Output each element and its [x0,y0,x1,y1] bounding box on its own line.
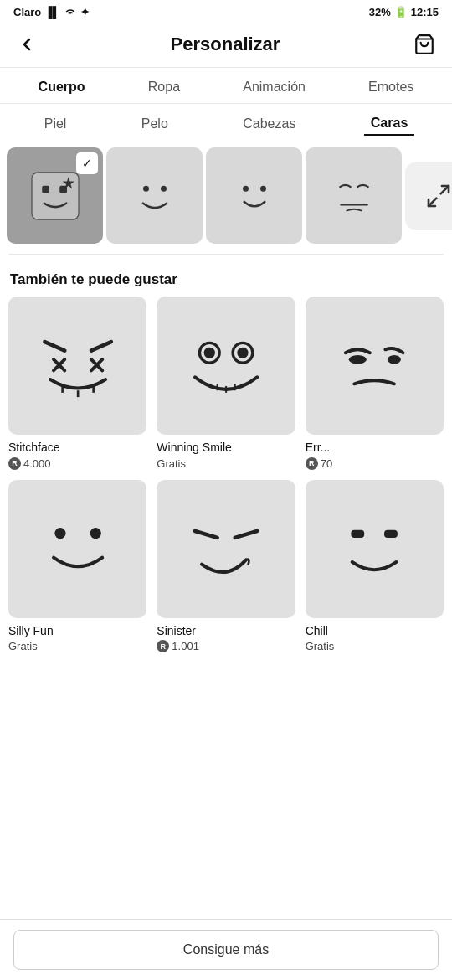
back-button[interactable] [13,31,40,58]
item-price-silly-fun: Gratis [8,640,146,652]
svg-point-18 [204,347,215,358]
svg-point-24 [349,354,367,364]
item-card-sinister[interactable]: Sinister R 1.001 [157,480,295,653]
svg-point-6 [243,185,249,191]
main-tabs: Cuerpo Ropa Animación Emotes [0,68,452,104]
face-selector-row: ✓ [0,141,452,250]
robux-icon: R [8,457,21,470]
item-card-chill[interactable]: Chill Gratis [306,480,444,653]
svg-point-4 [143,185,149,191]
item-name-winning-smile: Winning Smile [157,440,295,455]
wifi-icon [64,6,77,18]
item-name-chill: Chill [306,623,444,638]
robux-icon-err: R [306,457,318,470]
item-price-sinister: R 1.001 [157,640,295,652]
svg-line-9 [429,198,436,205]
svg-point-26 [54,528,65,539]
sub-tabs: Piel Pelo Cabezas Caras [0,104,452,141]
svg-rect-28 [352,530,365,538]
svg-point-27 [90,528,100,539]
battery-label: 32% [369,6,391,18]
status-right: 32% 🔋 12:15 [369,6,439,18]
item-name-err: Err... [306,440,444,455]
bluetooth-icon: ✦ [80,6,90,18]
tab-cuerpo[interactable]: Cuerpo [32,76,92,98]
face-option-2[interactable] [206,147,302,244]
item-name-silly-fun: Silly Fun [8,623,146,638]
item-image-sinister [157,480,295,618]
tab-ropa[interactable]: Ropa [141,76,187,98]
face-option-1[interactable] [106,147,203,244]
svg-point-25 [388,354,401,364]
face-option-3[interactable] [306,147,402,244]
carrier-label: Claro [13,6,41,18]
subtab-caras[interactable]: Caras [364,112,414,136]
selected-checkmark: ✓ [76,152,98,174]
robux-icon-sinister: R [157,640,169,652]
svg-line-8 [441,186,449,193]
subtab-piel[interactable]: Piel [38,112,74,136]
item-grid: Stitchface R 4.000 Winning Smile [0,297,452,666]
tab-animacion[interactable]: Animación [236,76,312,98]
item-card-err[interactable]: Err... R 70 [306,297,444,470]
item-image-err [306,297,444,435]
item-card-stitchface[interactable]: Stitchface R 4.000 [8,297,146,470]
get-more-button[interactable]: Consigue más [13,930,439,970]
signal-icon: ▐▌ [44,6,59,18]
subtab-cabezas[interactable]: Cabezas [236,112,302,136]
time-label: 12:15 [411,6,439,18]
item-price-err: R 70 [306,457,444,470]
svg-point-20 [237,347,248,358]
divider [8,254,444,255]
item-card-winning-smile[interactable]: Winning Smile Gratis [157,297,295,470]
bottom-bar: Consigue más [0,919,452,980]
item-image-silly-fun [8,480,146,618]
expand-button[interactable] [405,162,452,230]
item-image-chill [306,480,444,618]
section-title: También te puede gustar [0,258,452,297]
item-name-stitchface: Stitchface [8,440,146,455]
item-name-sinister: Sinister [157,623,295,638]
header: Personalizar [0,23,452,68]
svg-rect-2 [42,185,49,193]
svg-rect-1 [32,173,79,219]
page-title: Personalizar [171,34,280,55]
item-image-winning-smile [157,297,295,435]
item-card-silly-fun[interactable]: Silly Fun Gratis [8,480,146,653]
item-image-stitchface [8,297,146,435]
cart-button[interactable] [410,30,439,59]
status-left: Claro ▐▌ ✦ [13,6,90,18]
item-price-stitchface: R 4.000 [8,457,146,470]
face-option-selected[interactable]: ✓ [7,147,103,244]
svg-rect-29 [384,530,398,538]
subtab-pelo[interactable]: Pelo [135,112,175,136]
tab-emotes[interactable]: Emotes [362,76,420,98]
status-bar: Claro ▐▌ ✦ 32% 🔋 12:15 [0,0,452,23]
item-price-winning-smile: Gratis [157,457,295,470]
battery-icon: 🔋 [394,6,408,18]
svg-point-5 [161,185,167,191]
item-price-chill: Gratis [306,640,444,652]
svg-point-7 [260,185,266,191]
